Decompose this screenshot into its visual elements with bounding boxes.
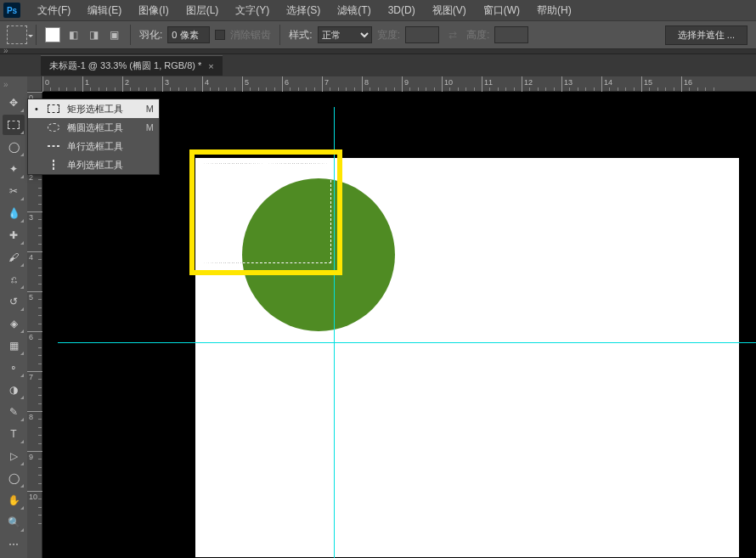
- tool-dodge[interactable]: ◑: [3, 380, 25, 400]
- flyout-item-label: 单行选框工具: [67, 140, 147, 153]
- feather-input[interactable]: [167, 26, 210, 43]
- document-tab[interactable]: 未标题-1 @ 33.3% (椭圆 1, RGB/8) * ×: [41, 55, 223, 76]
- ruler-tick: [322, 76, 329, 92]
- ruler-horizontal[interactable]: [42, 76, 756, 92]
- width-input: [405, 26, 439, 43]
- flyout-item-label: 单列选框工具: [67, 159, 147, 172]
- menu-3d[interactable]: 3D(D): [380, 1, 424, 20]
- tool-hand[interactable]: ✋: [3, 490, 25, 510]
- tool-lasso[interactable]: ◯: [3, 137, 25, 157]
- menu-layer[interactable]: 图层(L): [178, 0, 228, 21]
- document-tab-title: 未标题-1 @ 33.3% (椭圆 1, RGB/8) *: [49, 59, 201, 72]
- ruler-tick: [522, 76, 533, 92]
- menu-view[interactable]: 视图(V): [424, 0, 475, 21]
- height-input: [494, 26, 528, 43]
- divider: [36, 25, 37, 45]
- ruler-tick: [242, 76, 249, 92]
- menu-window[interactable]: 窗口(W): [475, 0, 528, 21]
- selection-mode-subtract-icon[interactable]: ◨: [86, 27, 101, 42]
- options-bar: ◧ ◨ ▣ 羽化: 消除锯齿 样式: 正常 宽度: ⇄ 高度: 选择并遮住 ..…: [0, 20, 756, 49]
- tool-preset-picker[interactable]: [7, 25, 27, 44]
- height-label: 高度:: [466, 28, 489, 42]
- tool-history-brush[interactable]: ↺: [3, 291, 25, 312]
- guide-horizontal[interactable]: [58, 342, 756, 343]
- ruler-tick: [402, 76, 409, 92]
- menu-help[interactable]: 帮助(H): [528, 0, 580, 21]
- row-marquee-icon: [47, 140, 60, 152]
- menu-select[interactable]: 选择(S): [278, 0, 329, 21]
- antialias-label: 消除锯齿: [230, 28, 271, 42]
- tool-crop[interactable]: ✂: [3, 181, 25, 201]
- marquee-selection[interactable]: [200, 163, 331, 263]
- tool-eraser[interactable]: ◈: [3, 313, 25, 334]
- feather-label: 羽化:: [139, 28, 162, 42]
- shortcut-label: M: [146, 122, 154, 132]
- toolbox: ✥ ◯ ✦ ✂ 💧 ✚ 🖌 ⎌ ↺ ◈ ▦ ∘ ◑ ✎ T ▷ ◯ ✋ 🔍 ⋯: [0, 76, 27, 558]
- menu-filter[interactable]: 滤镜(T): [329, 0, 379, 21]
- selection-mode-new-icon[interactable]: [45, 27, 60, 42]
- ruler-tick: [641, 76, 652, 92]
- style-select[interactable]: 正常: [318, 26, 372, 43]
- tool-clone[interactable]: ⎌: [3, 269, 25, 290]
- col-marquee-icon: [47, 159, 60, 171]
- divider: [279, 25, 280, 45]
- selection-mode-add-icon[interactable]: ◧: [65, 27, 81, 42]
- tool-path-select[interactable]: ▷: [3, 446, 25, 466]
- flyout-item-ellipse[interactable]: 椭圆选框工具M: [28, 118, 159, 137]
- tool-eyedropper[interactable]: 💧: [3, 203, 25, 223]
- close-icon[interactable]: ×: [208, 61, 213, 71]
- ruler-tick: [442, 76, 453, 92]
- tool-gradient[interactable]: ▦: [3, 335, 25, 356]
- antialias-checkbox: [215, 30, 225, 40]
- panel-strip: [0, 49, 756, 54]
- flyout-item-col[interactable]: 单列选框工具: [28, 155, 159, 174]
- ruler-tick: [362, 76, 369, 92]
- menu-file[interactable]: 文件(F): [29, 0, 79, 21]
- ruler-tick: [162, 76, 169, 92]
- ruler-tick: [82, 76, 89, 92]
- menu-edit[interactable]: 编辑(E): [79, 0, 130, 21]
- width-label: 宽度:: [377, 28, 400, 42]
- menu-image[interactable]: 图像(I): [130, 0, 177, 21]
- tool-blur[interactable]: ∘: [3, 358, 25, 378]
- flyout-item-label: 椭圆选框工具: [67, 121, 139, 134]
- bullet-icon: •: [33, 104, 40, 114]
- divider: [130, 25, 131, 45]
- tool-zoom[interactable]: 🔍: [3, 512, 25, 533]
- ruler-tick: [601, 76, 612, 92]
- shortcut-label: M: [146, 104, 154, 114]
- tool-shape[interactable]: ◯: [3, 468, 25, 488]
- flyout-item-label: 矩形选框工具: [67, 103, 139, 116]
- tool-brush[interactable]: 🖌: [3, 247, 25, 268]
- style-label: 样式:: [289, 28, 312, 42]
- ruler-tick: [122, 76, 129, 92]
- ruler-tick: [681, 76, 692, 92]
- ruler-tick: [42, 76, 49, 92]
- tool-quick-select[interactable]: ✦: [3, 159, 25, 179]
- tool-type[interactable]: T: [3, 424, 25, 444]
- selection-mode-intersect-icon[interactable]: ▣: [106, 27, 121, 42]
- menubar: Ps 文件(F) 编辑(E) 图像(I) 图层(L) 文字(Y) 选择(S) 滤…: [0, 0, 756, 20]
- app-logo: Ps: [3, 3, 20, 18]
- swap-icon: ⇄: [444, 26, 461, 43]
- guide-vertical[interactable]: [334, 107, 335, 558]
- marquee-flyout: •矩形选框工具M椭圆选框工具M单行选框工具单列选框工具: [27, 99, 160, 175]
- tool-healing[interactable]: ✚: [3, 225, 25, 245]
- menu-type[interactable]: 文字(Y): [227, 0, 278, 21]
- flyout-item-row[interactable]: 单行选框工具: [28, 137, 159, 155]
- tab-bar: 未标题-1 @ 33.3% (椭圆 1, RGB/8) * ×: [0, 54, 756, 76]
- ruler-tick: [282, 76, 289, 92]
- ruler-origin[interactable]: [27, 76, 42, 92]
- tool-move[interactable]: ✥: [3, 93, 25, 113]
- ellipse-marquee-icon: [47, 121, 60, 133]
- tool-marquee[interactable]: [3, 115, 25, 135]
- tool-pen[interactable]: ✎: [3, 402, 25, 422]
- ruler-tick: [202, 76, 209, 92]
- tool-edit-toolbar[interactable]: ⋯: [3, 534, 25, 555]
- ruler-tick: [561, 76, 573, 92]
- flyout-item-rect[interactable]: •矩形选框工具M: [28, 99, 159, 118]
- select-and-mask-button[interactable]: 选择并遮住 ...: [665, 25, 748, 45]
- rect-marquee-icon: [47, 103, 60, 115]
- ruler-tick: [482, 76, 493, 92]
